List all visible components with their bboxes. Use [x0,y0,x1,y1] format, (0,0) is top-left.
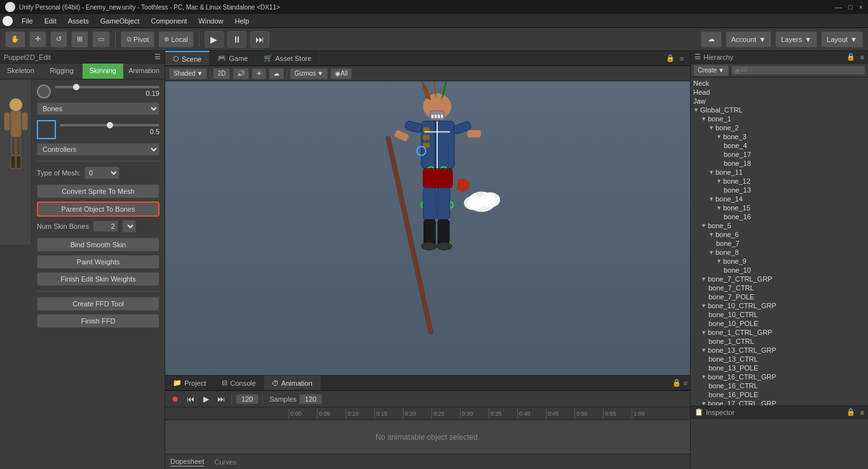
hier-bone10-ctrl[interactable]: bone_10_CTRL [691,310,868,319]
hier-bone13-ctrl-grp[interactable]: ▼bone_13_CTRL_GRP [691,346,868,355]
hier-bone1-ctrl-grp[interactable]: ▼bone_1_CTRL_GRP [691,328,868,337]
hier-bone10[interactable]: bone_10 [691,266,868,275]
layers-button[interactable]: Layers ▼ [775,31,817,48]
pause-button[interactable]: ⏸ [227,31,247,48]
anim-play-btn[interactable]: ▶ [200,393,212,405]
inspector-lock[interactable]: 🔒 [846,408,855,416]
hier-bone9[interactable]: ▼bone_9 [691,257,868,266]
fx-button[interactable]: ☁ [269,68,284,79]
hier-bone16[interactable]: bone_16 [691,212,868,221]
hier-bone16-pole[interactable]: bone_16_POLE [691,390,868,399]
hier-neck[interactable]: Neck [691,79,868,88]
rotate-tool[interactable]: ↺ [50,31,67,48]
parent-object-button[interactable]: Parent Object To Bones [37,201,159,217]
anim-next-key[interactable]: ⏭ [215,393,227,405]
hier-bone16-ctrl-grp[interactable]: ▼bone_16_CTRL_GRP [691,372,868,381]
hier-bone1-ctrl[interactable]: bone_1_CTRL [691,337,868,346]
num-skin-bones-input[interactable] [93,221,118,232]
convert-sprite-button[interactable]: Convert Sprite To Mesh [37,184,159,198]
hierarchy-lock[interactable]: 🔒 [846,53,855,61]
tab-rigging[interactable]: Rigging [41,64,83,79]
controllers-slider[interactable] [60,124,159,126]
bottom-menu[interactable]: ≡ [684,379,688,387]
hier-bone18[interactable]: bone_18 [691,159,868,168]
num-bones-arrow[interactable]: ▼ [122,220,136,233]
minimize-btn[interactable]: — [835,3,842,11]
tab-scene[interactable]: ⬡ Scene [165,51,210,65]
hier-bone6[interactable]: ▼bone_6 [691,230,868,239]
move-tool[interactable]: ✛ [29,31,46,48]
hier-bone13-pole[interactable]: bone_13_POLE [691,364,868,372]
hierarchy-menu[interactable]: ≡ [860,53,864,61]
cloud-button[interactable]: ☁ [701,31,722,48]
bones-color-indicator[interactable] [37,85,51,99]
hier-bone8[interactable]: ▼bone_8 [691,248,868,257]
bones-select[interactable]: Bones [37,102,159,115]
light-button[interactable]: ☀ [252,68,266,79]
hier-bone4[interactable]: bone_4 [691,141,868,150]
hier-bone16-ctrl[interactable]: bone_16_CTRL [691,381,868,390]
scene-view[interactable] [165,81,690,375]
curves-tab[interactable]: Curves [214,458,236,466]
menu-file[interactable]: File [17,16,38,26]
close-btn[interactable]: × [859,3,863,11]
controllers-select[interactable]: Controllers [37,143,159,156]
audio-button[interactable]: 🔊 [233,68,249,79]
hier-bone5[interactable]: ▼bone_5 [691,221,868,230]
mode-2d-button[interactable]: 2D [213,68,230,79]
tab-asset-store[interactable]: 🛒 Asset Store [256,51,320,65]
step-button[interactable]: ⏭ [250,31,269,48]
tab-animation[interactable]: Animation [123,64,165,79]
hier-bone12[interactable]: ▼bone_12 [691,177,868,186]
finish-edit-button[interactable]: Finish Edit Skin Weights [37,272,159,286]
scale-tool[interactable]: ⊞ [71,31,88,48]
shading-dropdown[interactable]: Shaded ▼ [169,68,207,79]
hier-jaw[interactable]: Jaw [691,97,868,105]
menu-help[interactable]: Help [229,16,254,26]
tab-console[interactable]: ⊟ Console [214,376,264,390]
hier-global-ctrl[interactable]: ▼Global_CTRL [691,105,868,114]
hierarchy-create-btn[interactable]: Create ▼ [693,65,729,76]
layout-button[interactable]: Layout ▼ [821,31,863,48]
hier-bone10-pole[interactable]: bone_10_POLE [691,319,868,328]
hier-bone11[interactable]: ▼bone_11 [691,168,868,177]
create-ffd-button[interactable]: Create FFD Tool [37,297,159,311]
hier-bone17[interactable]: bone_17 [691,150,868,159]
all-filter[interactable]: ◉All [330,68,352,79]
local-button[interactable]: ⊚ Local [158,31,193,48]
hierarchy-search[interactable] [731,65,865,75]
hier-bone10-ctrl-grp[interactable]: ▼bone_10_CTRL_GRP [691,301,868,310]
window-controls[interactable]: — □ × [835,3,863,11]
play-button[interactable]: ▶ [205,31,224,48]
maximize-btn[interactable]: □ [848,3,853,11]
hier-bone7-pole[interactable]: bone_7_POLE [691,292,868,301]
bones-slider[interactable] [55,86,159,88]
menu-window[interactable]: Window [193,16,228,26]
hier-head[interactable]: Head [691,88,868,97]
hier-bone13-ctrl[interactable]: bone_13_CTRL [691,355,868,364]
hier-bone7-ctrl[interactable]: bone_7_CTRL [691,283,868,292]
tab-project[interactable]: 📁 Project [165,376,214,390]
anim-prev-key[interactable]: ⏮ [184,393,197,405]
menu-edit[interactable]: Edit [39,16,62,26]
gizmos-dropdown[interactable]: Gizmos ▼ [290,68,328,79]
account-button[interactable]: Account ▼ [726,31,772,48]
pivot-button[interactable]: ⊙ Pivot [121,31,154,48]
bottom-lock[interactable]: 🔒 [672,379,681,387]
finish-ffd-button[interactable]: Finish FFD [37,314,159,328]
hier-bone13[interactable]: bone_13 [691,186,868,194]
hier-bone7[interactable]: bone_7 [691,239,868,248]
rect-tool[interactable]: ▭ [92,31,110,48]
bind-smooth-button[interactable]: Bind Smooth Skin [37,238,159,252]
anim-samples-input[interactable] [299,394,322,404]
controllers-color-indicator[interactable] [37,120,56,139]
tab-animation[interactable]: ⏱ Animation [264,376,321,390]
hier-bone17-ctrl-grp[interactable]: ▼bone_17_CTRL_GRP [691,399,868,405]
anim-record-btn[interactable]: ⏺ [169,393,182,405]
hier-bone15[interactable]: ▼bone_15 [691,203,868,212]
tab-skinning[interactable]: Skinning [83,64,124,79]
tab-game[interactable]: 🎮 Game [210,51,256,65]
left-panel-collapse[interactable]: ☰ [154,53,161,61]
anim-frame-input[interactable] [236,394,259,404]
menu-gameobject[interactable]: GameObject [95,16,145,26]
